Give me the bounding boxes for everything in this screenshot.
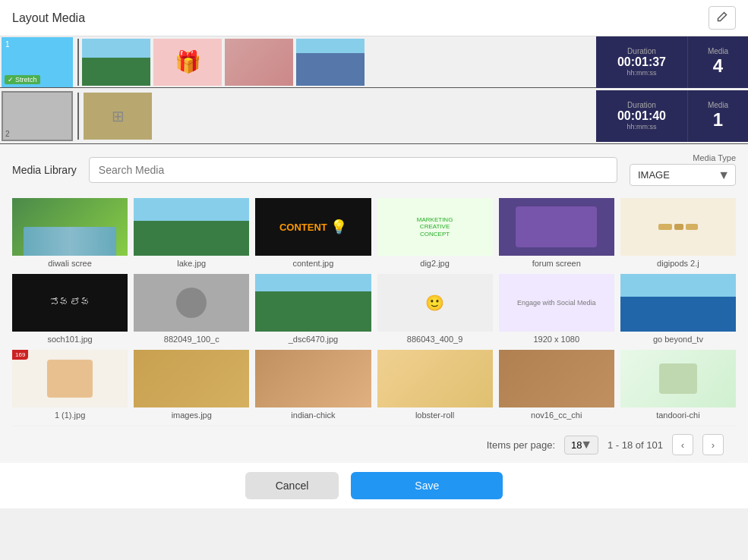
media-item-label: content.jpg bbox=[255, 259, 371, 268]
media-item-label: 1920 x 1080 bbox=[499, 335, 614, 344]
search-input[interactable] bbox=[89, 157, 617, 183]
media-thumb-indian bbox=[255, 350, 371, 407]
pagination-prev-button[interactable]: ‹ bbox=[672, 434, 693, 455]
media-thumb-building[interactable] bbox=[296, 39, 365, 86]
timeline-divider-1 bbox=[77, 39, 79, 86]
list-item[interactable]: lobster-roll bbox=[377, 350, 493, 420]
list-item[interactable]: lake.jpg bbox=[134, 198, 249, 268]
items-per-page-label: Items per page: bbox=[487, 439, 555, 451]
slide-2-media-count-box: Media 1 bbox=[687, 90, 748, 142]
stretch-badge: ✓ Stretch bbox=[5, 75, 40, 84]
media-item-label: 882049_100_c bbox=[134, 335, 249, 344]
slide-2-duration-box: Duration 00:01:40 hh:mm:ss bbox=[596, 90, 687, 142]
media-item-label: lake.jpg bbox=[134, 259, 249, 268]
media-item-label: _dsc6470.jpg bbox=[255, 335, 371, 344]
list-item[interactable]: MARKETINGCREATIVECONCEPT dig2.jpg bbox=[377, 198, 493, 268]
list-item[interactable]: 882049_100_c bbox=[134, 274, 249, 344]
items-per-page-select-wrapper: 18 36 54 ▼ bbox=[564, 436, 598, 455]
media-type-container: Media Type IMAGE VIDEO AUDIO ▼ bbox=[630, 153, 736, 186]
media-item-label: 886043_400_9 bbox=[377, 335, 493, 344]
save-button[interactable]: Save bbox=[351, 472, 503, 499]
timeline-row-1: 1 ✓ Stretch 🎁 Duration 00:01:37 hh:mm:ss bbox=[0, 36, 748, 88]
slide-1-media-thumbs: 🎁 bbox=[82, 39, 596, 86]
media-thumb-soch: సోచ్ లోచ్ bbox=[12, 274, 128, 332]
edit-icon bbox=[717, 11, 727, 22]
media-item-label: digipods 2.j bbox=[620, 259, 736, 268]
list-item[interactable]: CONTENT 💡 content.jpg bbox=[255, 198, 371, 268]
media-type-select-wrapper: IMAGE VIDEO AUDIO ▼ bbox=[630, 164, 736, 186]
slide-1-duration-box: Duration 00:01:37 hh:mm:ss bbox=[596, 36, 687, 88]
media-thumb-gobeyond bbox=[620, 274, 736, 332]
list-item[interactable]: diwali scree bbox=[12, 198, 128, 268]
media-thumb-1920: Engage with Social Media bbox=[499, 274, 614, 332]
slide-2-thumbnail[interactable]: 2 bbox=[2, 91, 73, 141]
slide-1-index: 1 bbox=[5, 40, 10, 49]
media-thumb-886: 🙂 bbox=[377, 274, 493, 332]
media-item-label: 1 (1).jpg bbox=[12, 411, 128, 420]
pagination-next-button[interactable]: › bbox=[702, 434, 724, 455]
list-item[interactable]: go beyond_tv bbox=[620, 274, 736, 344]
slide-1-media-count-box: Media 4 bbox=[687, 36, 748, 88]
media-thumb-diwali bbox=[12, 198, 128, 256]
media-item-label: images.jpg bbox=[134, 411, 249, 420]
media-library-header: Media Library Media Type IMAGE VIDEO AUD… bbox=[12, 153, 736, 186]
media-thumb-kola: 169 bbox=[12, 350, 128, 407]
media-library-section: Media Library Media Type IMAGE VIDEO AUD… bbox=[0, 144, 748, 463]
list-item[interactable]: Engage with Social Media 1920 x 1080 bbox=[499, 274, 614, 344]
list-item[interactable]: forum screen bbox=[499, 198, 614, 268]
media-thumb-lobster bbox=[377, 350, 493, 407]
footer-buttons: Cancel Save bbox=[0, 463, 748, 508]
media-library-title: Media Library bbox=[12, 164, 77, 176]
chevron-left-icon: ‹ bbox=[681, 439, 684, 451]
slide-2-index: 2 bbox=[5, 130, 10, 138]
badge-169: 169 bbox=[12, 350, 28, 360]
media-thumb-lake bbox=[134, 198, 249, 256]
search-container bbox=[89, 157, 617, 183]
list-item[interactable]: _dsc6470.jpg bbox=[255, 274, 371, 344]
media-thumb-882 bbox=[134, 274, 249, 332]
media-thumb-marketing: MARKETINGCREATIVECONCEPT bbox=[377, 198, 493, 256]
media-type-select[interactable]: IMAGE VIDEO AUDIO bbox=[630, 164, 736, 186]
media-item-label: go beyond_tv bbox=[620, 335, 736, 344]
media-thumb-nov16 bbox=[499, 350, 614, 407]
timeline: 1 ✓ Stretch 🎁 Duration 00:01:37 hh:mm:ss bbox=[0, 36, 748, 144]
media-thumb-forum bbox=[499, 198, 614, 256]
media-item-label: tandoori-chi bbox=[620, 411, 736, 420]
list-item[interactable]: indian-chick bbox=[255, 350, 371, 420]
media-thumb-face[interactable] bbox=[225, 39, 293, 86]
list-item[interactable]: 🙂 886043_400_9 bbox=[377, 274, 493, 344]
media-thumb-gift[interactable]: 🎁 bbox=[153, 39, 222, 86]
timeline-divider-2 bbox=[77, 93, 79, 140]
media-thumb-lake[interactable] bbox=[82, 39, 150, 86]
list-item[interactable]: images.jpg bbox=[134, 350, 249, 420]
media-item-label: forum screen bbox=[499, 259, 614, 268]
media-thumb-slide2[interactable]: ⊞ bbox=[84, 93, 152, 140]
media-item-label: indian-chick bbox=[255, 411, 371, 420]
page-title: Layout Media bbox=[12, 11, 85, 25]
slide-1-thumbnail[interactable]: 1 ✓ Stretch bbox=[2, 37, 73, 87]
list-item[interactable]: digipods 2.j bbox=[620, 198, 736, 268]
pagination-range: 1 - 18 of 101 bbox=[608, 439, 663, 451]
cancel-button[interactable]: Cancel bbox=[245, 472, 339, 499]
media-item-label: lobster-roll bbox=[377, 411, 493, 420]
list-item[interactable]: సోచ్ లోచ్ soch101.jpg bbox=[12, 274, 128, 344]
media-item-label: nov16_cc_chi bbox=[499, 411, 614, 420]
slide-2-media-thumbs: ⊞ bbox=[82, 91, 596, 141]
chevron-right-icon: › bbox=[712, 439, 715, 451]
media-thumb-tandoori bbox=[620, 350, 736, 407]
media-item-label: soch101.jpg bbox=[12, 335, 128, 344]
items-per-page-select[interactable]: 18 36 54 bbox=[564, 436, 598, 455]
media-thumb-content: CONTENT 💡 bbox=[255, 198, 371, 256]
list-item[interactable]: 169 1 (1).jpg bbox=[12, 350, 128, 420]
list-item[interactable]: nov16_cc_chi bbox=[499, 350, 614, 420]
media-item-label: diwali scree bbox=[12, 259, 128, 268]
media-type-label: Media Type bbox=[693, 153, 736, 162]
pagination-bar: Items per page: 18 36 54 ▼ 1 - 18 of 101… bbox=[12, 426, 736, 463]
media-grid: diwali scree lake.jpg CONTENT 💡 content.… bbox=[12, 198, 736, 420]
edit-button[interactable] bbox=[709, 6, 736, 30]
media-thumb-images bbox=[134, 350, 249, 407]
media-thumb-digipods bbox=[620, 198, 736, 256]
list-item[interactable]: tandoori-chi bbox=[620, 350, 736, 420]
media-item-label: dig2.jpg bbox=[377, 259, 493, 268]
top-bar: Layout Media bbox=[0, 0, 748, 36]
